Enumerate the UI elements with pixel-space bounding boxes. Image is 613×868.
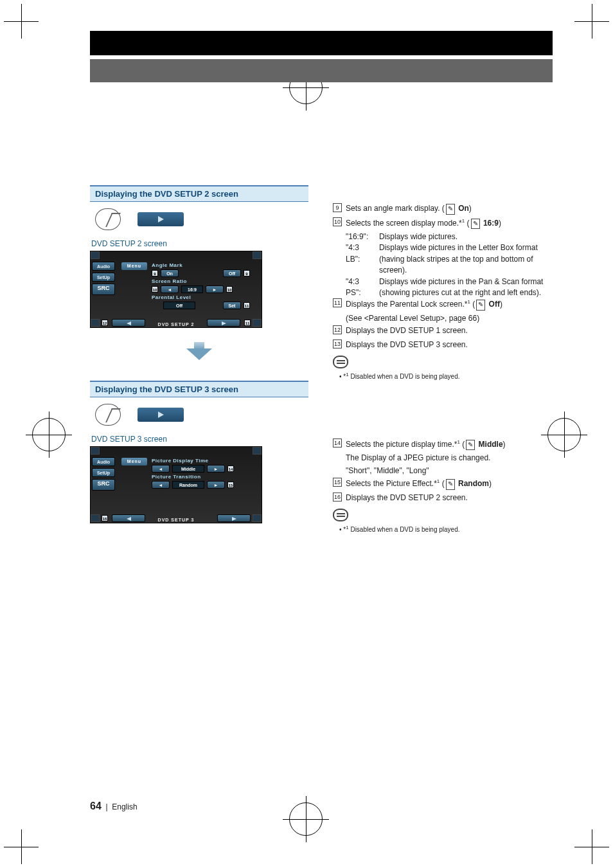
desc-11-sub: (See <Parental Level Setup>, page 66) — [346, 313, 551, 324]
corner-icon — [253, 514, 262, 522]
ss-callout-10: 10 — [226, 286, 233, 293]
next-button-illustration — [138, 212, 184, 226]
ss-ptr-label: Picture Transition — [152, 474, 250, 480]
corner-icon — [91, 447, 100, 455]
ss-audio-btn: Audio — [92, 262, 115, 271]
mode-169: "16:9":Displays wide pictures. — [346, 231, 551, 242]
ss-setup-btn: SetUp — [92, 468, 115, 477]
flow-arrow-down-icon — [186, 342, 212, 361]
ss-menu-btn: Menu — [121, 262, 147, 270]
ss-callout-11: 11 — [244, 320, 251, 326]
desc-14-sub2: "Short", "Middle", "Long" — [346, 466, 551, 476]
ss-callout-16: 16 — [102, 515, 108, 521]
callout-11-icon: 11 — [333, 298, 342, 307]
screen3-label: DVD SETUP 3 screen — [91, 435, 308, 444]
desc-item-15: 15 Selects the Picture Effect.*1 (✎ Rand… — [333, 478, 551, 490]
header-gray-bar — [90, 59, 553, 82]
screen2-label: DVD SETUP 2 screen — [91, 239, 308, 248]
ss-left-btn: ◄ — [152, 481, 170, 489]
desc-item-10: 10 Selects the screen display mode.*1 (✎… — [333, 217, 551, 230]
note-icon — [333, 509, 348, 521]
ss-next-btn — [207, 319, 240, 327]
desc-item-9: 9 Sets an angle mark display. (✎ On) — [333, 203, 551, 215]
pencil-icon: ✎ — [446, 204, 455, 215]
ss-callout-9: 9 — [244, 270, 250, 276]
desc-item-12: 12 Displays the DVD SETUP 1 screen. — [333, 325, 551, 336]
ss-callout-14: 14 — [227, 466, 234, 472]
ss-callout-11: 11 — [244, 302, 250, 309]
ss-callout-10: 10 — [152, 286, 158, 293]
desc-item-13: 13 Displays the DVD SETUP 3 screen. — [333, 339, 551, 350]
note-text: • *1 Disabled when a DVD is being played… — [339, 371, 551, 382]
ss-pdt-label: Picture Display Time — [152, 458, 250, 464]
corner-icon — [253, 447, 262, 455]
crop-mark — [4, 829, 39, 864]
ss-audio-btn: Audio — [92, 457, 115, 466]
ss-right-btn: ► — [206, 285, 224, 293]
callout-12-icon: 12 — [333, 325, 342, 334]
ss-middle-value: Middle — [172, 465, 204, 473]
ss-screen-ratio-label: Screen Ratio — [152, 278, 250, 284]
registration-mark — [32, 418, 66, 451]
corner-icon — [91, 251, 100, 259]
ss-callout-15: 15 — [227, 482, 234, 488]
ss-random-value: Random — [172, 481, 204, 489]
desc-item-16: 16 Displays the DVD SETUP 2 screen. — [333, 493, 551, 503]
section2-heading: Displaying the DVD SETUP 2 screen — [90, 185, 308, 202]
callout-14-icon: 14 — [333, 439, 342, 448]
callout-9-icon: 9 — [333, 203, 342, 212]
ss-ratio-value: 16:9 — [181, 285, 203, 293]
touch-icon — [95, 404, 121, 426]
page-footer: 64 | English — [90, 800, 138, 812]
next-button-illustration — [138, 408, 184, 422]
note-text: • *1 Disabled when a DVD is being played… — [339, 524, 551, 535]
ss-prev-btn — [112, 319, 145, 327]
dvd-setup2-screenshot: Audio SetUp SRC Menu Angle Mark 9 On Off… — [90, 251, 262, 328]
desc-14-sub1: The Display of a JPEG picture is changed… — [346, 453, 551, 464]
ss-right-btn: ► — [207, 465, 225, 473]
ss-off-btn: Off — [223, 269, 241, 277]
corner-icon — [253, 251, 262, 259]
callout-16-icon: 16 — [333, 493, 342, 502]
ss-prev-btn — [112, 514, 145, 522]
callout-15-icon: 15 — [333, 478, 342, 487]
ss-parental-label: Parental Level — [152, 294, 250, 300]
ss-menu-btn: Menu — [121, 458, 147, 466]
section3-heading: Displaying the DVD SETUP 3 screen — [90, 381, 308, 397]
ss-caption: DVD SETUP 2 — [158, 322, 195, 327]
dvd-setup3-screenshot: Audio SetUp SRC Menu Picture Display Tim… — [90, 446, 262, 523]
ss-src-btn: SRC — [92, 284, 115, 295]
crop-mark — [574, 4, 609, 39]
pencil-icon: ✎ — [476, 300, 485, 311]
ss-next-btn — [217, 514, 251, 522]
ss-right-btn: ► — [207, 481, 225, 489]
note-icon — [333, 356, 348, 368]
crop-mark — [574, 829, 609, 864]
pencil-icon: ✎ — [471, 219, 480, 230]
ss-left-btn: ◄ — [161, 285, 179, 293]
corner-icon — [253, 319, 262, 327]
mode-43ps: "4:3 PS":Displays wide pictures in the P… — [346, 276, 551, 299]
pencil-icon: ✎ — [466, 440, 475, 451]
ss-callout-12: 12 — [102, 320, 108, 326]
desc-item-11: 11 Displays the Parental Lock screen.*1 … — [333, 298, 551, 311]
desc-item-14: 14 Selects the picture display time.*1 (… — [333, 439, 551, 451]
ss-parental-value: Off — [163, 302, 195, 309]
pencil-icon: ✎ — [446, 479, 455, 490]
corner-icon — [91, 319, 100, 327]
ss-callout-9: 9 — [152, 270, 158, 276]
callout-10-icon: 10 — [333, 217, 342, 226]
ss-caption: DVD SETUP 3 — [158, 518, 195, 522]
ss-set-btn: Set — [223, 302, 241, 309]
header-black-bar — [90, 31, 553, 55]
ss-angle-mark-label: Angle Mark — [152, 262, 250, 268]
crop-mark — [4, 4, 39, 39]
callout-13-icon: 13 — [333, 339, 342, 348]
ss-src-btn: SRC — [92, 479, 115, 491]
ss-on-btn: On — [161, 269, 179, 277]
mode-43lb: "4:3 LB":Displays wide pictures in the L… — [346, 242, 551, 276]
ss-setup-btn: SetUp — [92, 273, 115, 282]
corner-icon — [91, 514, 100, 522]
touch-icon — [95, 208, 121, 230]
ss-left-btn: ◄ — [152, 465, 170, 473]
